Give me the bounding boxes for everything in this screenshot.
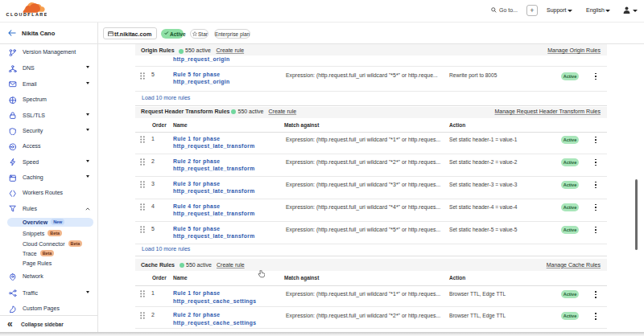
svg-text:CLOUDFLARE: CLOUDFLARE bbox=[6, 12, 47, 16]
